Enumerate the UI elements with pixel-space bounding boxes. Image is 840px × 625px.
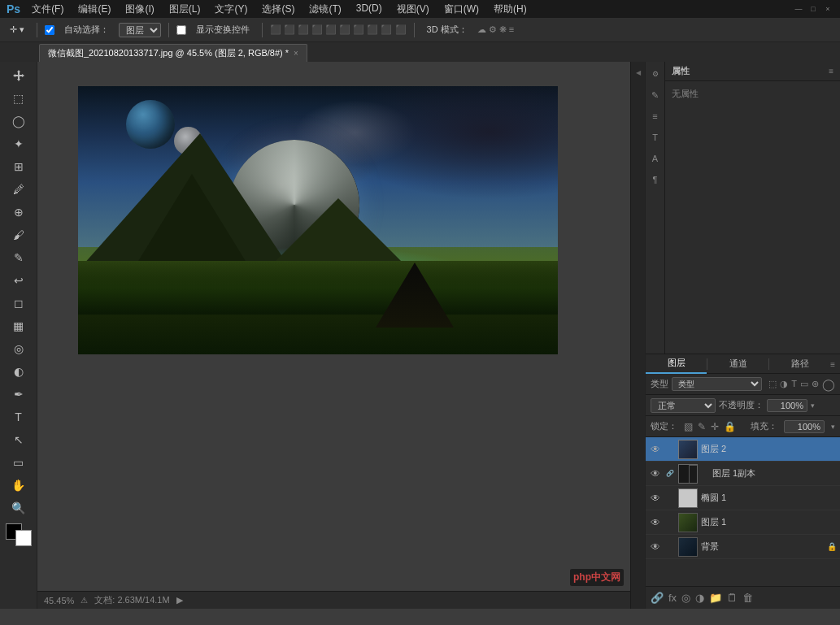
layer-name-background: 背景 [701, 540, 824, 553]
filter-pixel-icon[interactable]: ⬚ [768, 379, 777, 389]
opacity-input[interactable] [767, 399, 807, 412]
layer-delete-btn[interactable]: 🗑 [742, 592, 753, 604]
gradient-tool-icon[interactable]: ▦ [6, 315, 32, 336]
transform-prop-icon[interactable]: A [648, 151, 663, 166]
right-collapse-icon[interactable]: ◀ [633, 67, 644, 78]
menu-layer[interactable]: 图层(L) [163, 1, 207, 18]
filter-type-select[interactable]: 类型 [672, 377, 762, 391]
eyedropper-icon[interactable]: 🖉 [6, 179, 32, 200]
menu-window[interactable]: 窗口(W) [437, 1, 485, 18]
minimize-button[interactable]: — [793, 3, 804, 15]
layers-bottom-icons: 🔗 fx ◎ ◑ 📁 🗒 🗑 [651, 592, 753, 604]
menu-filter[interactable]: 滤镜(T) [302, 1, 347, 18]
layer-visibility-ellipse1[interactable]: 👁 [649, 492, 662, 505]
menu-view[interactable]: 视图(V) [390, 1, 436, 18]
properties-panel-icon[interactable]: ⚙ [648, 67, 663, 81]
lock-brush-icon[interactable]: ✎ [698, 421, 706, 432]
type-tool-prop-icon[interactable]: T [648, 130, 663, 145]
filter-toggle[interactable]: ◯ [822, 378, 835, 391]
fill-input[interactable] [784, 420, 825, 433]
layer-item-layer1copy[interactable]: 👁 🔗 图层 1副本 [646, 462, 840, 486]
blend-mode-select[interactable]: 正常 [651, 398, 716, 413]
layer-link-btn[interactable]: 🔗 [651, 592, 664, 604]
text-tool-icon[interactable]: T [6, 406, 32, 428]
main-area: ⬚ ◯ ✦ ⊞ 🖉 ⊕ 🖌 ✎ ↩ ◻ ▦ ◎ ◐ ✒ T ↖ ▭ ✋ 🔍 [0, 62, 840, 609]
opacity-label: 不透明度： [719, 399, 764, 411]
layer-visibility-layer1[interactable]: 👁 [649, 516, 662, 529]
fill-label: 填充： [751, 420, 777, 432]
move-tool-button[interactable]: ✛ ▾ [5, 23, 29, 37]
paths-tab[interactable]: 路径 [769, 354, 830, 373]
stamp-tool-icon[interactable]: ✎ [6, 247, 32, 268]
layer-item-background[interactable]: 👁 背景 🔒 [646, 535, 840, 559]
layer-fx-btn[interactable]: fx [668, 592, 677, 604]
path-select-icon[interactable]: ↖ [6, 429, 32, 450]
background-color[interactable] [15, 530, 32, 546]
lock-all-icon[interactable]: 🔒 [724, 421, 736, 432]
opacity-arrow[interactable]: ▾ [811, 401, 815, 410]
close-button[interactable]: × [822, 3, 833, 15]
lasso-tool-icon[interactable]: ◯ [6, 111, 32, 132]
layer-visibility-layer1copy[interactable]: 👁 [649, 467, 662, 480]
layer-item-layer2[interactable]: 👁 图层 2 [646, 437, 840, 462]
properties-area: ⚙ ✎ ≡ T A ¶ 属性 ≡ 无属性 [646, 62, 840, 354]
maximize-button[interactable]: □ [807, 3, 819, 15]
filter-label: 类型 [651, 378, 668, 390]
crop-tool-icon[interactable]: ⊞ [6, 156, 32, 177]
menu-3d[interactable]: 3D(D) [350, 1, 389, 18]
paragraph-panel-icon[interactable]: ≡ [648, 109, 663, 124]
right-side-icons: ◀ [630, 62, 645, 609]
filter-shape-icon[interactable]: ▭ [800, 379, 808, 389]
healing-brush-icon[interactable]: ⊕ [6, 202, 32, 223]
move-tool-icon[interactable] [6, 65, 32, 86]
character-panel-icon[interactable]: ✎ [648, 88, 663, 102]
auto-select-checkbox[interactable] [45, 25, 54, 35]
layers-panel-menu[interactable]: ≡ [830, 358, 840, 370]
menu-select[interactable]: 选择(S) [255, 1, 301, 18]
channels-tab[interactable]: 通道 [707, 354, 768, 373]
selection-tool-icon[interactable]: ⬚ [6, 88, 32, 109]
layer-item-layer1[interactable]: 👁 图层 1 [646, 510, 840, 535]
quick-select-icon[interactable]: ✦ [6, 133, 32, 154]
filter-smart-icon[interactable]: ⊛ [812, 379, 819, 389]
layer-mask-btn[interactable]: ◎ [681, 592, 690, 604]
history-brush-icon[interactable]: ↩ [6, 270, 32, 291]
filter-text-icon[interactable]: T [791, 379, 797, 389]
transform-checkbox[interactable] [176, 25, 186, 35]
shape-tool-icon[interactable]: ▭ [6, 452, 32, 473]
layer-folder-btn[interactable]: 📁 [709, 592, 722, 604]
properties-collapse-btn[interactable]: ≡ [829, 67, 833, 76]
align-prop-icon[interactable]: ¶ [648, 172, 663, 187]
layer-item-ellipse1[interactable]: 👁 椭圆 1 [646, 486, 840, 510]
brush-tool-icon[interactable]: 🖌 [6, 224, 32, 245]
menu-edit[interactable]: 编辑(E) [72, 1, 117, 18]
document-tab[interactable]: 微信截图_20210820133717.jpg @ 45.5% (图层 2, R… [39, 44, 307, 62]
blur-tool-icon[interactable]: ◎ [6, 338, 32, 359]
filter-adjust-icon[interactable]: ◑ [780, 379, 788, 389]
eraser-tool-icon[interactable]: ◻ [6, 293, 32, 314]
layer-new-btn[interactable]: 🗒 [727, 592, 738, 604]
dodge-tool-icon[interactable]: ◐ [6, 361, 32, 382]
layer-adjust-btn[interactable]: ◑ [695, 592, 704, 604]
zoom-tool-icon[interactable]: 🔍 [6, 497, 32, 519]
layer-visibility-background[interactable]: 👁 [649, 540, 662, 553]
status-arrow[interactable]: ▶ [176, 595, 183, 605]
tab-bar: 微信截图_20210820133717.jpg @ 45.5% (图层 2, R… [0, 42, 840, 62]
pen-tool-icon[interactable]: ✒ [6, 384, 32, 405]
color-swatch[interactable] [6, 523, 32, 546]
lock-position-icon[interactable]: ✛ [711, 421, 719, 432]
auto-select-dropdown[interactable]: 图层 [119, 23, 161, 37]
menu-image[interactable]: 图像(I) [119, 1, 160, 18]
menu-help[interactable]: 帮助(H) [487, 1, 533, 18]
lock-transparency-icon[interactable]: ▧ [684, 421, 693, 432]
hand-tool-icon[interactable]: ✋ [6, 475, 32, 496]
tab-close-button[interactable]: × [294, 49, 298, 58]
layers-tab[interactable]: 图层 [646, 354, 707, 374]
layer-visibility-layer2[interactable]: 👁 [649, 443, 662, 456]
layers-menu-icon[interactable]: ≡ [830, 360, 835, 369]
fill-arrow[interactable]: ▾ [831, 423, 835, 431]
grass-overlay [78, 261, 558, 315]
menu-file[interactable]: 文件(F) [25, 1, 70, 18]
layer-link-background [665, 542, 675, 552]
menu-text[interactable]: 文字(Y) [208, 1, 254, 18]
